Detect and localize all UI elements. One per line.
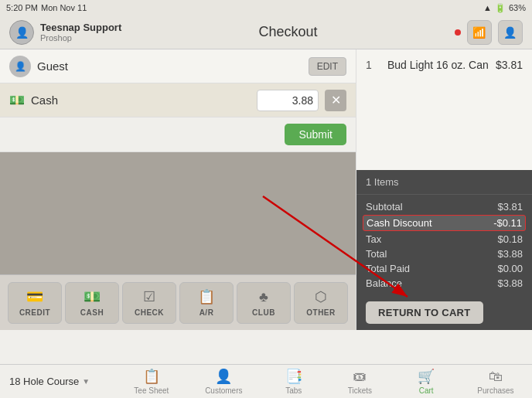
cart-items-area: 1 Bud Light 16 oz. Can $3.81 (356, 49, 532, 170)
purchases-label: Purchases (477, 386, 513, 395)
tabs-icon: 📑 (285, 368, 302, 385)
tab-purchases[interactable]: 🛍 Purchases (471, 366, 520, 398)
submit-button[interactable]: Submit (285, 124, 346, 145)
tab-tabs[interactable]: 📑 Tabs (272, 365, 315, 398)
purchases-icon: 🛍 (489, 369, 503, 385)
cart-label: Cart (419, 386, 434, 395)
tickets-icon: 🎟 (353, 369, 367, 385)
cash-input[interactable] (257, 90, 319, 111)
cash-row: 💵 Cash ✕ (0, 83, 356, 117)
course-selector[interactable]: 18 Hole Course ▼ (0, 376, 116, 387)
notification-dot (455, 29, 461, 36)
course-name: 18 Hole Course (9, 376, 79, 387)
customers-label: Customers (205, 386, 242, 395)
return-btn-row: RETURN TO CART (356, 295, 532, 330)
check-label: CHECK (135, 308, 164, 317)
tab-bar-tabs: 📋 Tee Sheet 👤 Customers 📑 Tabs 🎟 Tickets… (116, 365, 532, 398)
tab-bar: 18 Hole Course ▼ 📋 Tee Sheet 👤 Customers… (0, 364, 532, 398)
check-button[interactable]: ☑ CHECK (122, 282, 176, 324)
edit-button[interactable]: EDIT (309, 57, 346, 76)
total-row: Total $3.88 (366, 247, 523, 261)
tax-row: Tax $0.18 (366, 232, 523, 247)
app-name: Teesnap Support (40, 22, 121, 33)
cash-icon: 💵 (9, 93, 25, 107)
header-left: 👤 Teesnap Support Proshop (9, 20, 121, 45)
app-sub: Proshop (40, 33, 121, 43)
summary-rows: Subtotal $3.81 Cash Discount -$0.11 Tax … (356, 195, 532, 295)
item-qty: 1 (366, 59, 381, 71)
page-title: Checkout (259, 24, 318, 40)
status-bar: 5:20 PM Mon Nov 11 ▲ 🔋 63% (0, 0, 532, 15)
tab-tickets[interactable]: 🎟 Tickets (339, 366, 381, 398)
balance-row: Balance $3.88 (366, 276, 523, 291)
credit-icon: 💳 (26, 288, 43, 305)
cash-discount-value: -$0.11 (493, 217, 522, 229)
balance-value: $3.88 (497, 277, 523, 289)
guest-avatar-icon: 👤 (9, 56, 31, 77)
credit-button[interactable]: 💳 CREDIT (8, 282, 62, 324)
tax-label: Tax (366, 233, 381, 245)
header: 👤 Teesnap Support Proshop Checkout 📶 👤 (0, 15, 532, 49)
tee-sheet-icon: 📋 (143, 368, 160, 385)
club-label: CLUB (252, 308, 275, 317)
header-title-group: Teesnap Support Proshop (40, 22, 121, 43)
summary-item-count: 1 Items (356, 170, 532, 195)
cash-label: Cash (31, 94, 251, 107)
other-label: OTHER (306, 308, 336, 317)
balance-label: Balance (366, 277, 402, 289)
left-empty-area (0, 152, 356, 274)
club-icon: ♣ (259, 289, 268, 305)
subtotal-value: $3.81 (497, 201, 523, 213)
right-panel: 1 Bud Light 16 oz. Can $3.81 1 Items Sub… (356, 49, 532, 330)
ar-label: A/R (200, 308, 214, 317)
tee-sheet-label: Tee Sheet (134, 386, 169, 395)
app-avatar: 👤 (9, 20, 34, 45)
club-button[interactable]: ♣ CLUB (237, 282, 291, 324)
status-time: 5:20 PM (6, 3, 38, 12)
cart-icon: 🛒 (418, 368, 435, 385)
subtotal-row: Subtotal $3.81 (366, 199, 523, 214)
other-button[interactable]: ⬡ OTHER (294, 282, 348, 324)
total-label: Total (366, 248, 387, 260)
status-indicators: ▲ 🔋 63% (483, 3, 526, 13)
battery-icon: 🔋 (495, 3, 506, 13)
cash-discount-row: Cash Discount -$0.11 (363, 215, 526, 231)
tab-cart[interactable]: 🛒 Cart (405, 365, 448, 398)
total-paid-label: Total Paid (366, 263, 410, 274)
chevron-down-icon: ▼ (82, 377, 90, 386)
other-icon: ⬡ (315, 288, 327, 305)
table-row: 1 Bud Light 16 oz. Can $3.81 (366, 59, 523, 71)
battery-pct: 63% (509, 3, 526, 12)
ar-icon: 📋 (198, 288, 215, 305)
header-right: 📶 👤 (455, 20, 523, 45)
status-day: Mon Nov 11 (41, 3, 87, 12)
cash-clear-button[interactable]: ✕ (325, 90, 346, 111)
total-paid-value: $0.00 (497, 263, 523, 274)
guest-row: 👤 Guest EDIT (0, 49, 356, 83)
tabs-label: Tabs (285, 386, 302, 395)
tickets-label: Tickets (348, 386, 372, 395)
wifi-icon: ▲ (483, 3, 492, 12)
tax-value: $0.18 (497, 233, 523, 245)
main-area: 👤 Guest EDIT 💵 Cash ✕ Submit 💳 CREDIT 💵 … (0, 49, 532, 330)
credit-label: CREDIT (19, 308, 50, 317)
left-panel: 👤 Guest EDIT 💵 Cash ✕ Submit 💳 CREDIT 💵 … (0, 49, 356, 330)
cash-pay-label: CASH (80, 308, 104, 317)
tab-tee-sheet[interactable]: 📋 Tee Sheet (128, 365, 175, 398)
payment-methods-row: 💳 CREDIT 💵 CASH ☑ CHECK 📋 A/R ♣ CLUB ⬡ (0, 274, 356, 330)
tab-customers[interactable]: 👤 Customers (199, 365, 248, 398)
ar-button[interactable]: 📋 A/R (179, 282, 234, 324)
customers-icon: 👤 (215, 368, 232, 385)
order-summary: 1 Items Subtotal $3.81 Cash Discount -$0… (356, 170, 532, 330)
user-icon-btn[interactable]: 👤 (498, 20, 523, 45)
item-price: $3.81 (496, 59, 523, 71)
cash-button[interactable]: 💵 CASH (65, 282, 119, 324)
item-name: Bud Light 16 oz. Can (387, 59, 489, 71)
return-to-cart-button[interactable]: RETURN TO CART (366, 301, 483, 324)
total-value: $3.88 (497, 248, 523, 260)
total-paid-row: Total Paid $0.00 (366, 261, 523, 276)
cash-discount-label: Cash Discount (367, 217, 432, 229)
check-icon: ☑ (143, 288, 155, 305)
signal-icon-btn[interactable]: 📶 (467, 20, 492, 45)
submit-row: Submit (0, 117, 356, 152)
